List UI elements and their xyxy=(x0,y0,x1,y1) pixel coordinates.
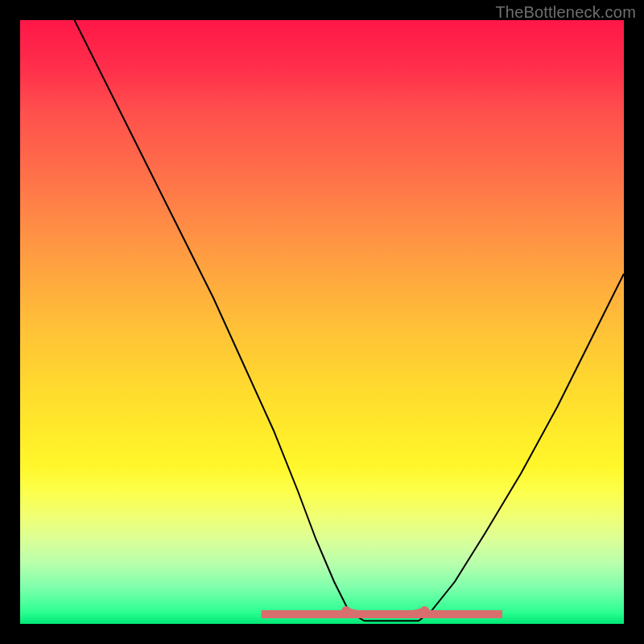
chart-plot-area xyxy=(20,20,624,624)
bottleneck-curve xyxy=(20,20,624,624)
flat-region-marker xyxy=(262,611,503,614)
curve-path xyxy=(75,20,625,621)
watermark-text: TheBottleneck.com xyxy=(495,3,636,22)
chart-frame: TheBottleneck.com xyxy=(0,0,644,644)
flat-region-right-dot xyxy=(420,606,430,616)
flat-region-left-dot xyxy=(341,606,351,616)
